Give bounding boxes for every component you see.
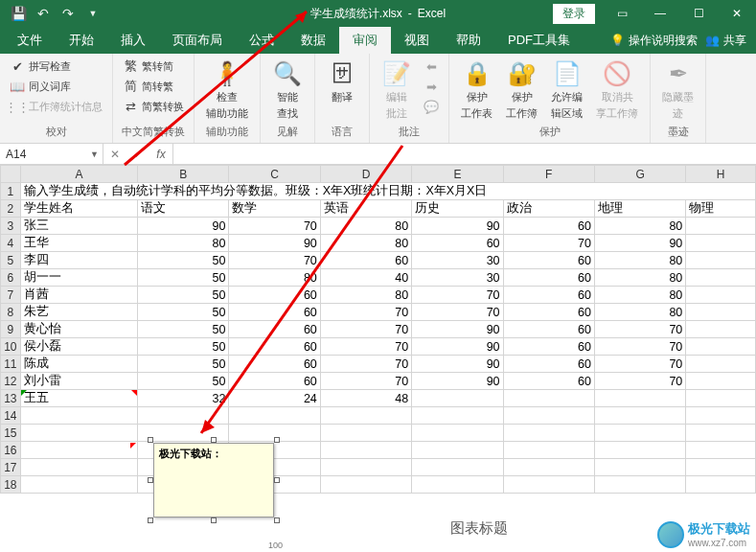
row-header[interactable]: 7 <box>1 287 21 304</box>
cell[interactable]: 侯小磊 <box>20 338 137 356</box>
cell[interactable]: 32 <box>138 390 229 407</box>
cell[interactable] <box>320 425 411 442</box>
cell[interactable] <box>20 476 137 494</box>
cell[interactable] <box>503 390 594 407</box>
cell[interactable]: 40 <box>320 269 411 287</box>
cell[interactable]: 政治 <box>503 200 594 218</box>
check-accessibility-button[interactable]: 🧍 检查 辅助功能 <box>202 58 252 123</box>
cell[interactable]: 70 <box>594 356 685 373</box>
fx-icon[interactable]: fx <box>149 148 172 161</box>
share-button[interactable]: 👥 共享 <box>705 33 746 49</box>
cell[interactable]: 90 <box>594 235 685 252</box>
cell[interactable]: 50 <box>138 338 229 356</box>
tab-layout[interactable]: 页面布局 <box>159 27 236 54</box>
cell[interactable]: 90 <box>412 356 503 373</box>
tab-file[interactable]: 文件 <box>4 27 56 54</box>
cell[interactable]: 70 <box>412 287 503 304</box>
cell[interactable]: 60 <box>229 356 320 373</box>
cell[interactable]: 输入学生成绩，自动统计学科的平均分等数据。班级：X年X班统计日期：X年X月X日 <box>20 183 755 200</box>
row-header[interactable]: 3 <box>1 218 21 235</box>
cell[interactable]: 90 <box>138 218 229 235</box>
row-header[interactable]: 16 <box>1 442 21 459</box>
col-header[interactable]: F <box>503 166 594 183</box>
cell[interactable]: 60 <box>503 269 594 287</box>
cell[interactable] <box>138 425 229 442</box>
cell[interactable]: 90 <box>412 338 503 356</box>
cell[interactable] <box>686 235 756 252</box>
col-header[interactable]: E <box>412 166 503 183</box>
cell[interactable] <box>503 459 594 476</box>
cell[interactable]: 50 <box>138 269 229 287</box>
cell[interactable]: 80 <box>138 235 229 252</box>
cell[interactable]: 王华 <box>20 235 137 252</box>
row-header[interactable]: 14 <box>1 407 21 425</box>
cell[interactable] <box>320 476 411 494</box>
cell[interactable]: 60 <box>229 338 320 356</box>
cell[interactable] <box>686 373 756 390</box>
cell[interactable] <box>686 304 756 321</box>
chart-title[interactable]: 图表标题 <box>450 519 508 538</box>
cell[interactable]: 80 <box>320 287 411 304</box>
cell[interactable]: 70 <box>320 338 411 356</box>
protect-sheet-button[interactable]: 🔒保护工作表 <box>457 58 496 123</box>
namebox-dropdown-icon[interactable]: ▼ <box>86 150 103 159</box>
cell[interactable]: 70 <box>320 304 411 321</box>
cell[interactable]: 60 <box>229 321 320 338</box>
cell[interactable] <box>138 407 229 425</box>
cell[interactable]: 60 <box>503 338 594 356</box>
spell-check-button[interactable]: ✔拼写检查 <box>8 58 104 75</box>
cell[interactable]: 肖茜 <box>20 287 137 304</box>
cell[interactable] <box>594 425 685 442</box>
cell[interactable]: 60 <box>503 304 594 321</box>
cell[interactable]: 60 <box>503 287 594 304</box>
cell[interactable]: 24 <box>229 390 320 407</box>
tab-pdf[interactable]: PDF工具集 <box>494 27 584 54</box>
cell[interactable] <box>320 442 411 459</box>
row-header[interactable]: 15 <box>1 425 21 442</box>
cell[interactable] <box>686 442 756 459</box>
spreadsheet-grid[interactable]: A B C D E F G H 1输入学生成绩，自动统计学科的平均分等数据。班级… <box>0 165 756 494</box>
cell[interactable] <box>503 476 594 494</box>
tab-insert[interactable]: 插入 <box>107 27 159 54</box>
cell[interactable] <box>686 218 756 235</box>
cell[interactable]: 胡一一 <box>20 269 137 287</box>
cell[interactable] <box>20 459 137 476</box>
cell[interactable]: 80 <box>229 269 320 287</box>
hide-ink-button[interactable]: ✒隐藏墨迹 <box>658 58 698 123</box>
cell[interactable] <box>503 425 594 442</box>
cell[interactable] <box>594 459 685 476</box>
cell[interactable]: 60 <box>503 373 594 390</box>
cell[interactable] <box>320 407 411 425</box>
cell[interactable] <box>686 356 756 373</box>
cell[interactable]: 70 <box>320 373 411 390</box>
cell[interactable]: 地理 <box>594 200 685 218</box>
cell[interactable] <box>412 407 503 425</box>
cell[interactable]: 70 <box>412 304 503 321</box>
cell[interactable]: 80 <box>320 235 411 252</box>
show-comment-button[interactable]: 💬 <box>422 98 441 115</box>
prev-comment-button[interactable]: ⬅ <box>422 58 441 75</box>
cell[interactable]: 60 <box>229 373 320 390</box>
name-box[interactable]: A14 ▼ <box>0 144 103 164</box>
smart-lookup-button[interactable]: 🔍 智能 查找 <box>268 58 307 123</box>
cell[interactable] <box>686 476 756 494</box>
cell[interactable] <box>20 442 137 459</box>
cell[interactable] <box>20 425 137 442</box>
minimize-icon[interactable]: — <box>641 0 679 27</box>
allow-edit-ranges-button[interactable]: 📄允许编辑区域 <box>547 58 586 123</box>
row-header[interactable]: 2 <box>1 200 21 218</box>
cell[interactable]: 陈成 <box>20 356 137 373</box>
cell[interactable]: 朱艺 <box>20 304 137 321</box>
col-header[interactable]: G <box>594 166 685 183</box>
cell[interactable]: 30 <box>412 269 503 287</box>
cell[interactable]: 物理 <box>686 200 756 218</box>
cell[interactable]: 50 <box>138 252 229 269</box>
cell[interactable]: 60 <box>503 356 594 373</box>
cell[interactable]: 60 <box>229 287 320 304</box>
cell[interactable]: 90 <box>412 218 503 235</box>
cell[interactable]: 王五 <box>20 390 137 407</box>
cell[interactable]: 70 <box>320 356 411 373</box>
enter-formula-icon[interactable]: ✓ <box>126 148 149 161</box>
cell[interactable] <box>686 407 756 425</box>
cell[interactable]: 60 <box>412 235 503 252</box>
